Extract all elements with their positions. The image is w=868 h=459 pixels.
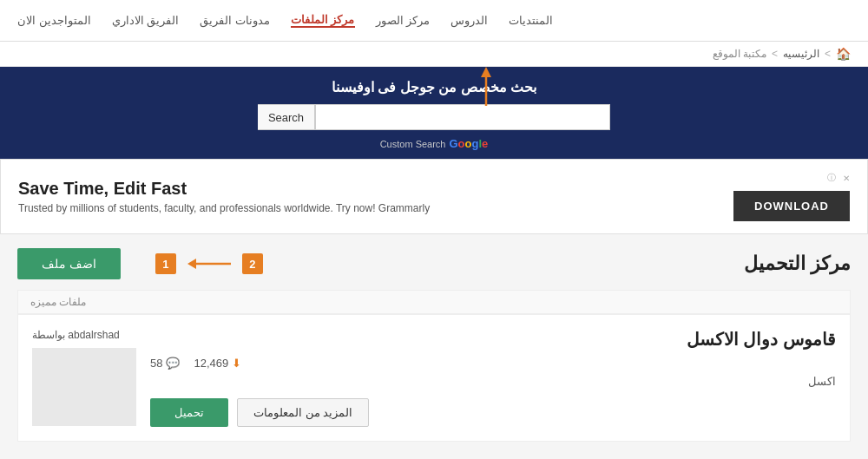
search-banner-title: بحث مخصص من جوجل فى اوفيسنا [17, 79, 851, 95]
file-card: قاموس دوال الاكسل ⬇ 12,469 💬 58 اكسل الم… [17, 314, 851, 442]
search-button[interactable]: Search [258, 104, 315, 130]
google-custom-search-label: Google Custom Search [17, 137, 851, 150]
nav-item-almalafat[interactable]: مركز الملفات [291, 13, 355, 28]
file-title: قاموس دوال الاكسل [150, 329, 836, 350]
more-info-button[interactable]: المزيد من المعلومات [237, 398, 369, 427]
google-logo: Google [449, 137, 488, 150]
downloads-count: 12,469 [194, 357, 228, 370]
ad-description: Trusted by millions of students, faculty… [18, 202, 430, 214]
annotation-1: 1 [155, 253, 176, 274]
author-by-label: بواسطة [32, 329, 65, 341]
file-category: اكسل [150, 375, 836, 388]
ad-info-icon[interactable]: ⓘ [827, 172, 836, 184]
featured-bar: ملفات مميزه [17, 290, 851, 314]
breadcrumb-current: مكتبة الموقع [713, 48, 766, 60]
downloads-stat: ⬇ 12,469 [194, 357, 241, 370]
header-actions: 1 2 اضف ملف [17, 248, 263, 279]
nav-item-almutawajideen[interactable]: المتواجدين الان [17, 14, 91, 27]
arrow-left-annotation [183, 253, 235, 274]
ad-title: Save Time, Edit Fast [18, 179, 430, 199]
search-row: Search [17, 104, 851, 130]
nav-item-almontadyat[interactable]: المنتديات [509, 14, 553, 27]
author-name: abdalrshad [68, 329, 119, 341]
comments-icon: 💬 [166, 357, 180, 370]
nav-item-aldorous[interactable]: الدروس [450, 14, 488, 27]
ad-info: ⓘ ✕ [827, 172, 850, 184]
file-info: قاموس دوال الاكسل ⬇ 12,469 💬 58 اكسل الم… [150, 329, 836, 427]
file-right: abdalrshad بواسطة [32, 329, 136, 426]
file-stats: ⬇ 12,469 💬 58 [150, 357, 836, 370]
ad-download-button[interactable]: DOWNLOAD [733, 191, 850, 221]
featured-label: ملفات مميزه [30, 296, 86, 308]
breadcrumb: 🏠 > الرئيسيه > مكتبة الموقع [0, 42, 868, 67]
comments-count: 58 [150, 357, 162, 370]
add-file-button[interactable]: اضف ملف [17, 248, 121, 279]
main-content: مركز التحميل 1 2 اضف ملف ملفات مميزه قام… [0, 234, 868, 456]
ad-close-icon[interactable]: ✕ [843, 174, 850, 183]
search-input[interactable] [315, 104, 610, 130]
comments-stat: 💬 58 [150, 357, 180, 370]
annotation-area: 1 2 [155, 253, 263, 274]
file-actions: المزيد من المعلومات تحميل [150, 398, 836, 427]
nav-item-madwanat[interactable]: مدونات الفريق [200, 14, 270, 27]
download-button[interactable]: تحميل [150, 398, 228, 427]
ad-content: Save Time, Edit Fast Trusted by millions… [18, 179, 430, 214]
navbar: المنتديات الدروس مركز الصور مركز الملفات… [0, 0, 868, 42]
file-thumbnail [32, 348, 136, 426]
breadcrumb-home[interactable]: الرئيسيه [783, 48, 819, 60]
home-icon[interactable]: 🏠 [836, 47, 851, 61]
svg-marker-3 [187, 259, 196, 269]
svg-marker-1 [481, 67, 491, 77]
downloads-icon: ⬇ [232, 357, 241, 370]
page-title: مركز التحميل [744, 252, 851, 275]
nav-item-alsuwar[interactable]: مركز الصور [376, 14, 431, 27]
file-author: abdalrshad بواسطة [32, 329, 120, 341]
ad-corner: ⓘ ✕ DOWNLOAD [733, 172, 850, 221]
page-header: مركز التحميل 1 2 اضف ملف [17, 248, 851, 279]
custom-search-text: Custom Search [380, 139, 446, 149]
ad-banner: Save Time, Edit Fast Trusted by millions… [0, 159, 868, 234]
annotation-2: 2 [242, 253, 263, 274]
nav-item-alfareeq[interactable]: الفريق الاداري [112, 14, 180, 27]
search-banner: بحث مخصص من جوجل فى اوفيسنا Search Googl… [0, 67, 868, 159]
